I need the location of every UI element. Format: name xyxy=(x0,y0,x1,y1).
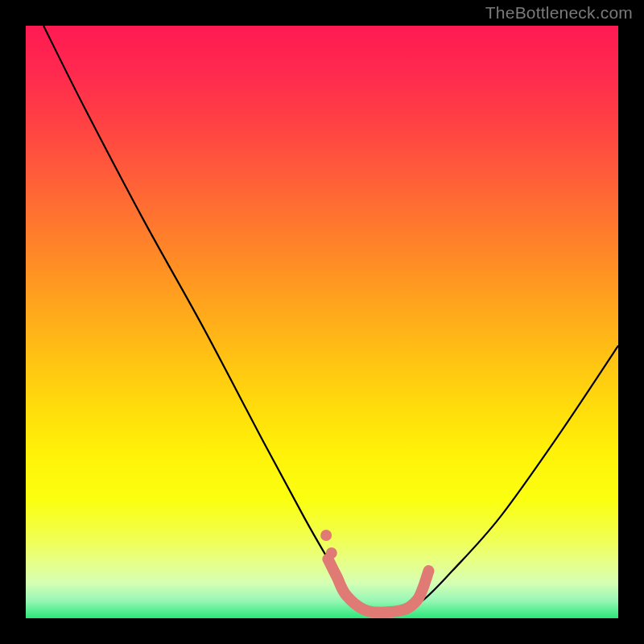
chart-plot-area xyxy=(26,26,618,618)
optimal-range-dots xyxy=(320,530,337,559)
chart-svg xyxy=(26,26,618,618)
bottleneck-curve-line xyxy=(43,26,618,613)
optimal-range-highlight xyxy=(328,559,428,612)
watermark-text: TheBottleneck.com xyxy=(485,3,633,23)
highlight-dot xyxy=(320,530,332,541)
highlight-dot xyxy=(326,547,337,559)
